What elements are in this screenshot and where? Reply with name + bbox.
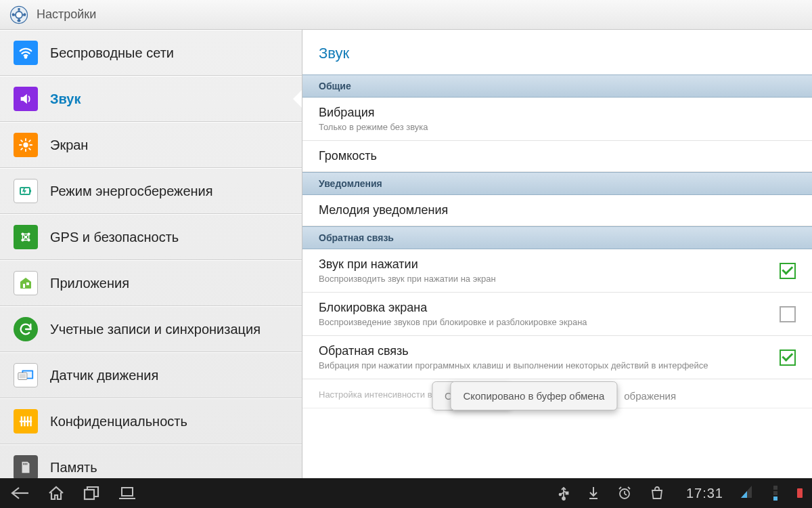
- svg-point-1: [16, 12, 22, 18]
- sidebar-item-label: Режим энергосбережения: [50, 184, 213, 199]
- app-title: Настройки: [37, 7, 96, 22]
- row-touch-sound[interactable]: Звук при нажатии Воспроизводить звук при…: [302, 249, 812, 293]
- alarm-icon[interactable]: [617, 486, 632, 501]
- svg-rect-49: [122, 488, 133, 496]
- status-battery-icon: [773, 486, 777, 501]
- screenshot-icon[interactable]: [118, 485, 137, 501]
- checkbox-touch-sound[interactable]: [780, 263, 796, 279]
- settings-gear-icon: [8, 4, 30, 26]
- row-sublabel: Воспроизводить звук при нажатии на экран: [319, 274, 780, 284]
- sdcard-icon: [14, 455, 38, 478]
- sidebar-item-gps[interactable]: GPS и безопасность: [0, 214, 302, 260]
- section-feedback: Обратная связь: [302, 226, 812, 249]
- apps-icon: [14, 271, 38, 295]
- row-volume[interactable]: Громкость: [302, 141, 812, 172]
- svg-rect-21: [30, 190, 31, 192]
- svg-rect-2: [18, 8, 20, 11]
- row-label: Обратная связь: [319, 344, 780, 358]
- section-notifications: Уведомления: [302, 172, 812, 195]
- download-icon[interactable]: [587, 486, 600, 501]
- sidebar-item-label: GPS и безопасность: [50, 230, 179, 245]
- sidebar-item-label: Беспроводные сети: [50, 45, 174, 61]
- checkbox-haptic[interactable]: [780, 350, 796, 366]
- row-label: Громкость: [319, 149, 796, 163]
- panel-title: Звук: [302, 30, 812, 75]
- sidebar-item-label: Конфиденциальность: [50, 414, 187, 429]
- sidebar-item-label: Датчик движения: [50, 368, 158, 383]
- sidebar-item-accounts[interactable]: Учетные записи и синхронизация: [0, 306, 302, 352]
- sidebar-item-label: Приложения: [50, 276, 129, 291]
- row-sublabel: Вибрация при нажатии программных клавиш …: [319, 360, 780, 371]
- sidebar-item-power[interactable]: Режим энергосбережения: [0, 168, 302, 214]
- status-signal-icon: [741, 486, 752, 501]
- sidebar-item-label: Учетные записи и синхронизация: [50, 322, 261, 337]
- row-lock-sound[interactable]: Блокировка экрана Воспроизведение звуков…: [302, 293, 812, 336]
- row-label: Звук при нажатии: [319, 257, 780, 272]
- svg-line-62: [619, 487, 621, 489]
- row-sublabel: Воспроизведение звуков при блокировке и …: [319, 317, 780, 327]
- status-clock: 17:31: [686, 486, 723, 501]
- sidebar-item-wireless[interactable]: Беспроводные сети: [0, 30, 302, 76]
- wifi-icon: [14, 41, 38, 65]
- sync-icon: [14, 317, 38, 341]
- row-label: Блокировка экрана: [319, 301, 780, 315]
- row-vibration[interactable]: Вибрация Только в режиме без звука: [302, 98, 812, 141]
- section-general: Общие: [302, 75, 812, 98]
- svg-rect-43: [20, 421, 32, 422]
- svg-line-19: [29, 140, 30, 142]
- sidebar-item-label: Звук: [50, 91, 81, 107]
- svg-line-16: [21, 140, 22, 142]
- motion-icon: [14, 363, 38, 387]
- app-header: Настройки: [0, 0, 812, 30]
- row-label: Мелодия уведомления: [319, 203, 796, 217]
- svg-rect-48: [85, 490, 94, 499]
- svg-line-18: [21, 148, 22, 150]
- row-haptic[interactable]: Обратная связь Вибрация при нажатии прог…: [302, 336, 812, 379]
- back-icon[interactable]: [9, 485, 30, 501]
- svg-line-17: [29, 148, 30, 150]
- toast-clipboard: Скопировано в буфер обмена: [450, 381, 617, 410]
- svg-point-55: [560, 494, 562, 496]
- svg-point-10: [25, 56, 26, 58]
- settings-sidebar: Беспроводные сети Звук Экран Режим энерг…: [0, 30, 302, 478]
- sound-icon: [14, 87, 38, 111]
- svg-rect-56: [566, 492, 568, 494]
- svg-rect-34: [26, 282, 29, 285]
- home-icon[interactable]: [47, 485, 65, 501]
- sidebar-item-motion[interactable]: Датчик движения: [0, 352, 302, 398]
- market-icon[interactable]: [650, 486, 664, 501]
- privacy-icon: [14, 409, 38, 433]
- row-sublabel: Только в режиме без звука: [319, 122, 796, 132]
- usb-icon[interactable]: [558, 486, 570, 501]
- status-charging-icon: [797, 488, 803, 498]
- svg-line-61: [625, 494, 627, 495]
- sidebar-item-privacy[interactable]: Конфиденциальность: [0, 398, 302, 444]
- sidebar-item-sound[interactable]: Звук: [0, 76, 302, 122]
- gps-icon: [14, 225, 38, 249]
- svg-rect-38: [20, 374, 26, 379]
- toast-screenshot-tail: ображения: [617, 382, 683, 410]
- recent-apps-icon[interactable]: [83, 485, 100, 501]
- svg-rect-45: [25, 463, 26, 465]
- svg-line-63: [628, 487, 630, 489]
- system-navbar: 17:31: [0, 478, 812, 508]
- svg-rect-44: [23, 463, 24, 465]
- sidebar-item-label: Экран: [50, 137, 88, 153]
- sidebar-item-label: Память: [50, 460, 97, 475]
- brightness-icon: [14, 133, 38, 157]
- svg-rect-46: [26, 463, 27, 465]
- toast-overlay: Снимок экр Скопировано в буфер обмена об…: [432, 381, 683, 410]
- row-label: Вибрация: [319, 106, 796, 120]
- sidebar-item-memory[interactable]: Память: [0, 444, 302, 478]
- battery-icon: [14, 179, 38, 203]
- sidebar-item-apps[interactable]: Приложения: [0, 260, 302, 306]
- svg-rect-33: [23, 284, 25, 288]
- svg-point-11: [23, 142, 28, 147]
- row-notification-melody[interactable]: Мелодия уведомления: [302, 195, 812, 226]
- settings-content: Звук Общие Вибрация Только в режиме без …: [302, 30, 812, 478]
- sidebar-item-display[interactable]: Экран: [0, 122, 302, 168]
- checkbox-lock-sound[interactable]: [780, 306, 796, 322]
